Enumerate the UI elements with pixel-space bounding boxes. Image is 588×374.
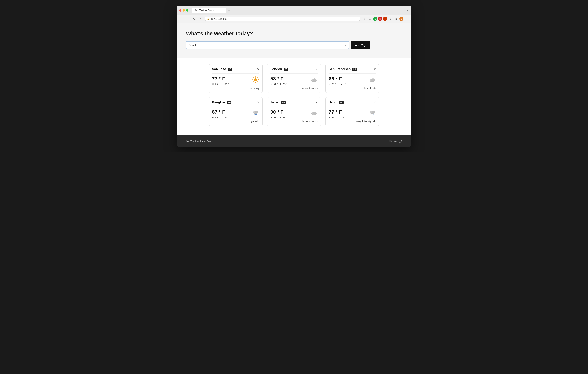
extensions-button[interactable]: ⧉	[388, 16, 393, 21]
card-body: 90 ° F H: 91 ° L: 86 ° broken clouds	[270, 109, 318, 123]
country-badge: US	[228, 68, 232, 71]
footer: 🌤 Weather Flask App GitHub ◯	[177, 135, 411, 147]
card-close-button[interactable]: ✕	[315, 68, 318, 71]
svg-line-6	[257, 82, 258, 82]
card-hi-lo: H: 83 ° L: 66 °	[212, 83, 229, 86]
card-temperature: 87 ° F	[212, 109, 229, 115]
card-low: L: 66 °	[222, 83, 229, 86]
card-hi-lo: H: 89 ° L: 87 °	[212, 116, 229, 119]
footer-app-label: Weather Flask App	[190, 140, 211, 143]
browser-window: 🌤 Weather Report × + ⌄ ← → ↻ ⌂ 🔒 127.0.0…	[177, 6, 411, 147]
svg-point-26	[372, 110, 375, 113]
extension2-icon[interactable]: ●	[383, 17, 387, 21]
share-button[interactable]: ⎙	[362, 16, 367, 21]
home-button[interactable]: ⌂	[198, 16, 203, 21]
page-title: What's the weather today?	[186, 31, 402, 37]
card-hi-lo: H: 82 ° L: 61 °	[329, 83, 346, 86]
card-description: overcast clouds	[301, 87, 318, 89]
card-low: L: 75 °	[338, 116, 346, 119]
cloud-icon	[310, 109, 318, 117]
card-temperature: 58 ° F	[270, 76, 287, 82]
search-input-wrap[interactable]: ×	[186, 41, 349, 49]
menu-button[interactable]: ⋮	[404, 16, 409, 21]
tab-close-button[interactable]: ×	[220, 9, 223, 12]
card-body: 87 ° F H: 89 ° L: 87 ° light r	[212, 109, 259, 123]
add-city-button[interactable]: Add City	[351, 41, 370, 49]
active-tab[interactable]: 🌤 Weather Report ×	[192, 8, 226, 13]
readwise-extension-icon[interactable]: R	[378, 17, 382, 21]
sun-icon	[252, 76, 259, 83]
reload-button[interactable]: ↻	[192, 16, 197, 21]
card-city-wrap: San Francisco US	[329, 67, 357, 71]
browser-toolbar: ← → ↻ ⌂ 🔒 127.0.0.1:5000 ⎙ ☆ G R ● ⧉ ▣ J…	[177, 15, 411, 23]
city-search-input[interactable]	[189, 42, 344, 49]
card-header: San Francisco US ✕	[329, 67, 376, 74]
card-city-wrap: Seoul KR	[329, 100, 344, 104]
sidebar-button[interactable]: ▣	[394, 16, 399, 21]
svg-line-28	[372, 114, 372, 115]
weather-icon	[368, 109, 376, 118]
profile-icon[interactable]: J	[399, 17, 403, 21]
card-header: London GB ✕	[270, 67, 318, 74]
rain-icon	[252, 109, 259, 117]
country-badge: GB	[284, 68, 288, 71]
rain-icon	[368, 109, 376, 117]
weather-icon	[310, 109, 318, 118]
bookmark-button[interactable]: ☆	[368, 16, 372, 21]
card-description: broken clouds	[302, 120, 318, 123]
city-name: San Jose	[212, 67, 226, 71]
card-description: few clouds	[365, 87, 376, 89]
card-high: H: 91 °	[270, 116, 278, 119]
card-close-button[interactable]: ✕	[315, 101, 318, 104]
weather-card: San Jose US ✕ 77 ° F H: 83 ° L: 66 °	[209, 64, 262, 93]
country-badge: KR	[339, 101, 343, 104]
minimize-traffic-light[interactable]	[183, 9, 185, 11]
card-close-button[interactable]: ✕	[257, 68, 259, 71]
card-close-button[interactable]: ✕	[374, 68, 376, 71]
card-city-wrap: Bangkok TH	[212, 100, 231, 104]
github-label: GitHub	[389, 140, 397, 143]
maximize-traffic-light[interactable]	[186, 9, 188, 11]
city-name: San Francisco	[329, 67, 351, 71]
footer-github[interactable]: GitHub ◯	[389, 139, 402, 143]
address-bar[interactable]: 🔒 127.0.0.1:5000	[205, 17, 360, 21]
card-right: few clouds	[365, 76, 376, 89]
close-traffic-light[interactable]	[179, 9, 181, 11]
page-header-section: What's the weather today? × Add City	[177, 23, 411, 58]
card-close-button[interactable]: ✕	[257, 101, 259, 104]
card-high: H: 83 °	[212, 83, 220, 86]
card-temp-section: 90 ° F H: 91 ° L: 86 °	[270, 109, 287, 119]
weather-card: Taipei TW ✕ 90 ° F H: 91 ° L: 86 °	[267, 97, 321, 126]
forward-button[interactable]: →	[185, 16, 190, 21]
footer-app-icon: 🌤	[186, 140, 189, 143]
card-high: H: 78 °	[329, 116, 336, 119]
card-description: heavy intensity rain	[355, 120, 376, 123]
card-body: 58 ° F H: 61 ° L: 55 ° overcast clouds	[270, 76, 318, 89]
card-temp-section: 77 ° F H: 83 ° L: 66 °	[212, 76, 229, 86]
svg-point-23	[313, 111, 316, 115]
secure-icon: 🔒	[207, 18, 210, 20]
tab-title: Weather Report	[199, 9, 215, 12]
card-close-button[interactable]: ✕	[374, 101, 376, 104]
back-button[interactable]: ←	[179, 16, 184, 21]
card-low: L: 87 °	[222, 116, 229, 119]
grammarly-extension-icon[interactable]: G	[373, 17, 377, 21]
card-right: heavy intensity rain	[355, 109, 376, 123]
card-low: L: 86 °	[280, 116, 287, 119]
card-right: broken clouds	[302, 109, 318, 123]
card-right: overcast clouds	[301, 76, 318, 89]
card-temp-section: 58 ° F H: 61 ° L: 55 °	[270, 76, 287, 86]
card-city-wrap: Taipei TW	[270, 100, 286, 104]
card-header: Taipei TW ✕	[270, 100, 318, 107]
country-badge: US	[352, 68, 357, 71]
card-body: 77 ° F H: 83 ° L: 66 °	[212, 76, 259, 89]
svg-point-0	[254, 78, 257, 81]
new-tab-button[interactable]: +	[226, 8, 232, 13]
svg-line-8	[253, 82, 254, 82]
card-high: H: 61 °	[270, 83, 278, 86]
window-chevron-icon: ⌄	[407, 8, 409, 11]
weather-card: Seoul KR ✕ 77 ° F H: 78 ° L: 75 °	[326, 97, 379, 126]
card-low: L: 55 °	[280, 83, 287, 86]
search-clear-button[interactable]: ×	[344, 43, 346, 47]
svg-line-29	[373, 114, 373, 115]
